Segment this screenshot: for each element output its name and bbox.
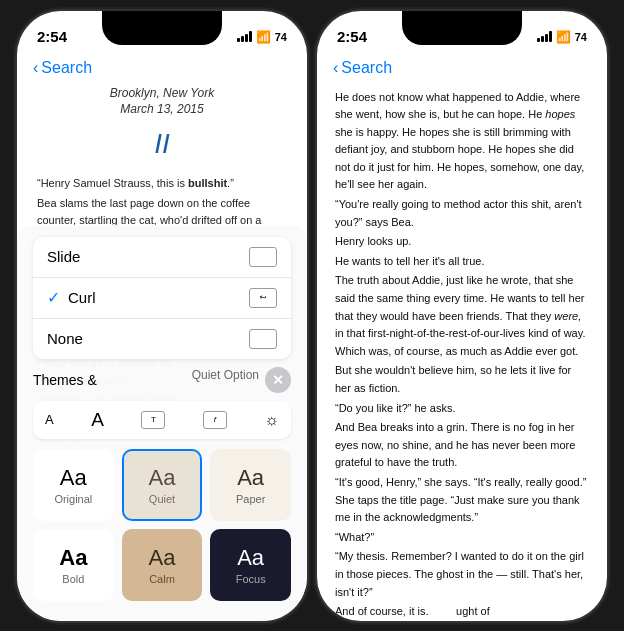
nav-bar-left[interactable]: ‹ Search bbox=[17, 55, 307, 85]
wifi-icon: 📶 bbox=[256, 30, 271, 44]
back-label-right: Search bbox=[341, 59, 392, 77]
theme-original-aa: Aa bbox=[60, 465, 87, 491]
theme-grid: Aa Original Aa Quiet Aa Paper Aa Bold Aa bbox=[33, 449, 291, 601]
theme-calm-aa: Aa bbox=[149, 545, 176, 571]
theme-bold-aa: Aa bbox=[59, 545, 87, 571]
font-large-a[interactable]: A bbox=[91, 409, 104, 431]
time-left: 2:54 bbox=[37, 28, 67, 45]
none-icon bbox=[249, 329, 277, 349]
theme-focus[interactable]: Aa Focus bbox=[210, 529, 291, 601]
notch-right bbox=[402, 11, 522, 45]
slide-icon bbox=[249, 247, 277, 267]
curl-option[interactable]: ✓ Curl ↩ bbox=[33, 278, 291, 319]
font-small-a[interactable]: A bbox=[45, 412, 54, 427]
back-label-left: Search bbox=[41, 59, 92, 77]
signal-icon-right bbox=[537, 31, 552, 42]
theme-original-label: Original bbox=[54, 493, 92, 505]
chapter-number: II bbox=[37, 122, 287, 165]
signal-icon bbox=[237, 31, 252, 42]
font-type-icon[interactable]: T bbox=[141, 411, 165, 429]
battery-left: 74 bbox=[275, 31, 287, 43]
theme-paper-label: Paper bbox=[236, 493, 265, 505]
battery-right: 74 bbox=[575, 31, 587, 43]
themes-label: Themes & bbox=[33, 372, 97, 388]
check-icon: ✓ bbox=[47, 288, 60, 307]
back-button-right[interactable]: ‹ Search bbox=[333, 59, 392, 77]
theme-original[interactable]: Aa Original bbox=[33, 449, 114, 521]
theme-quiet[interactable]: Aa Quiet bbox=[122, 449, 203, 521]
theme-bold-label: Bold bbox=[62, 573, 84, 585]
close-button[interactable]: ✕ bbox=[265, 367, 291, 393]
status-icons-right: 📶 74 bbox=[537, 30, 587, 44]
themes-section: Themes & Quiet Option ✕ bbox=[33, 367, 291, 393]
brightness-icon[interactable]: ☼ bbox=[264, 411, 279, 429]
transition-options: Slide ✓ Curl ↩ None bbox=[33, 237, 291, 359]
theme-focus-label: Focus bbox=[236, 573, 266, 585]
notch bbox=[102, 11, 222, 45]
curl-label: Curl bbox=[68, 289, 249, 306]
theme-bold[interactable]: Aa Bold bbox=[33, 529, 114, 601]
nav-bar-right[interactable]: ‹ Search bbox=[317, 55, 607, 85]
none-option[interactable]: None bbox=[33, 319, 291, 359]
theme-paper[interactable]: Aa Paper bbox=[210, 449, 291, 521]
book-header: Brooklyn, New YorkMarch 13, 2015 II bbox=[37, 85, 287, 166]
left-phone: 2:54 📶 74 ‹ Search Brooklyn, New YorkMar… bbox=[17, 11, 307, 621]
chevron-left-icon-right: ‹ bbox=[333, 59, 338, 77]
none-label: None bbox=[47, 330, 83, 347]
font-style-icon[interactable]: f bbox=[203, 411, 227, 429]
theme-quiet-aa: Aa bbox=[149, 465, 176, 491]
book-location: Brooklyn, New YorkMarch 13, 2015 bbox=[37, 85, 287, 119]
time-right: 2:54 bbox=[337, 28, 367, 45]
back-button-left[interactable]: ‹ Search bbox=[33, 59, 92, 77]
theme-quiet-label: Quiet bbox=[149, 493, 175, 505]
font-controls: A A T f ☼ bbox=[33, 401, 291, 439]
right-phone: 2:54 📶 74 ‹ Search He does not know what… bbox=[317, 11, 607, 621]
theme-focus-aa: Aa bbox=[237, 545, 264, 571]
reader-content: He does not know what happened to Addie,… bbox=[317, 85, 607, 621]
theme-paper-aa: Aa bbox=[237, 465, 264, 491]
chevron-left-icon: ‹ bbox=[33, 59, 38, 77]
overlay-panel: Slide ✓ Curl ↩ None bbox=[17, 225, 307, 621]
status-icons-left: 📶 74 bbox=[237, 30, 287, 44]
theme-calm-label: Calm bbox=[149, 573, 175, 585]
slide-label: Slide bbox=[47, 248, 80, 265]
quiet-option-label: Quiet Option bbox=[192, 368, 259, 382]
slide-option[interactable]: Slide bbox=[33, 237, 291, 278]
wifi-icon-right: 📶 bbox=[556, 30, 571, 44]
theme-calm[interactable]: Aa Calm bbox=[122, 529, 203, 601]
curl-icon: ↩ bbox=[249, 288, 277, 308]
